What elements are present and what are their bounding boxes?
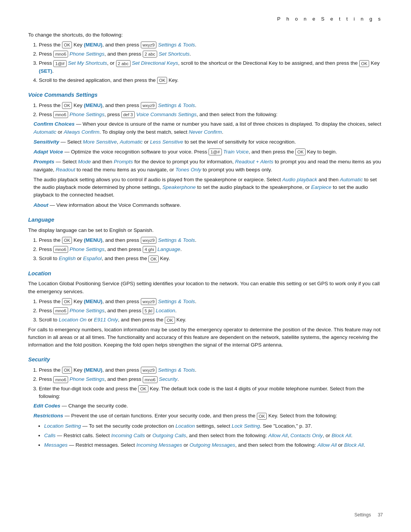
menu-label: (MENU) (84, 367, 102, 373)
menu-label: (MENU) (84, 42, 102, 48)
allow-all-link: Allow All (268, 433, 288, 438)
confirm-choices-heading: Confirm Choices (33, 121, 75, 127)
location-para: For calls to emergency numbers, location… (28, 326, 383, 349)
key-ok: OK (62, 298, 72, 305)
page-footer: Settings 37 (354, 511, 383, 518)
about-para: About — View information about the Voice… (33, 201, 383, 209)
key-mno6: mno6 (53, 111, 68, 118)
key-mno6-2: mno6 (143, 376, 158, 383)
phone-settings-link: Phone Settings (70, 51, 105, 57)
key-ok: OK (138, 385, 148, 392)
key-mno6: mno6 (53, 307, 68, 314)
list-item: Location Setting — To set the security c… (44, 422, 383, 430)
adapt-voice-heading: Adapt Voice (33, 149, 63, 155)
settings-tools-link: Settings & Tools (158, 42, 195, 48)
more-sensitive-link: More Sensitive (83, 139, 117, 145)
phone-settings-link: Phone Settings (70, 112, 105, 117)
menu-label: (MENU) (84, 299, 102, 304)
set-my-shortcuts-link: Set My Shortcuts (68, 60, 107, 66)
automatic-link3: Automatic (340, 177, 363, 182)
set-shortcuts-link: Set Shortcuts (159, 51, 190, 57)
language-desc: The display language can be set to Engli… (28, 227, 383, 234)
incoming-calls-link: Incoming Calls (111, 433, 145, 438)
set-label: (SET) (39, 68, 52, 74)
page-header: P h o n e S e t t i n g s (28, 15, 383, 23)
key-1-2: 1@# (209, 149, 221, 155)
language-heading: Language (28, 216, 383, 224)
key-1: 1@# (53, 60, 66, 67)
edit-codes-heading: Edit Codes (33, 403, 61, 409)
phone-settings-link: Phone Settings (70, 246, 105, 252)
key-5jkl: 5 jkl (143, 307, 154, 314)
location-on-link: Location On (59, 317, 87, 323)
incoming-messages-link: Incoming Messages (136, 442, 182, 448)
earpiece-link: Earpiece (311, 184, 331, 190)
language-link: Language (158, 246, 180, 252)
location-link: Location (156, 308, 175, 313)
key-2abc: 2 abc (143, 51, 157, 58)
key-ok: OK (62, 102, 72, 109)
list-item: Scroll to Location On or E911 Only, and … (39, 316, 383, 324)
footer-page: 37 (378, 511, 383, 518)
settings-tools-link: Settings & Tools (158, 237, 195, 243)
outgoing-messages-link: Outgoing Messages (190, 442, 235, 448)
key-ok: OK (62, 367, 72, 374)
espanol-link: Español (83, 256, 102, 261)
block-all-link: Block All (331, 433, 351, 438)
language-steps: Press the OK Key (MENU), and then press … (39, 236, 383, 263)
list-item: Press the OK Key (MENU), and then press … (39, 366, 383, 374)
set-directional-link: Set Directional Keys (132, 60, 178, 66)
list-item: Press mno6 Phone Settings, and then pres… (39, 375, 383, 383)
messages-link: Messages (44, 442, 68, 448)
location-setting-link: Location Setting (44, 423, 81, 429)
footer-label: Settings (354, 511, 371, 518)
header-title: P h o n e S e t t i n g s (277, 16, 383, 22)
list-item: Press mno6 Phone Settings, press def 3 V… (39, 111, 383, 118)
tones-only-link: Tones Only (175, 167, 201, 173)
readout-link: Readout (56, 167, 75, 173)
restrictions-heading: Restrictions (33, 413, 63, 419)
key-2abc-2: 2 abc (116, 60, 131, 67)
key-4ghi: 4 ghi (143, 246, 156, 253)
list-item: Press mno6 Phone Settings, and then pres… (39, 50, 383, 58)
key-wxyz9: wxyz9 (141, 367, 157, 374)
key-ok-3: OK (157, 77, 167, 84)
adapt-voice-para: Adapt Voice — Optimize the voice recogni… (33, 148, 383, 156)
contacts-only-link: Contacts Only (290, 433, 323, 438)
key-def3: def 3 (121, 111, 135, 118)
intro-text: To change the shortcuts, do the followin… (28, 31, 383, 39)
restrictions-para: Restrictions — Prevent the use of certai… (33, 412, 383, 420)
key-ok: OK (62, 42, 72, 48)
key-mno6: mno6 (53, 376, 68, 383)
settings-tools-link: Settings & Tools (158, 102, 195, 108)
voice-options-block: Confirm Choices — When your device is un… (33, 120, 383, 209)
list-item: Press the OK Key (MENU), and then press … (39, 298, 383, 305)
list-item: Press mno6 Phone Settings, and then pres… (39, 307, 383, 315)
prompts-para: Prompts — Select Mode and then Prompts f… (33, 158, 383, 174)
allow-all-link2: Allow All (317, 442, 337, 448)
phone-settings-link: Phone Settings (70, 308, 105, 313)
outgoing-calls-link: Outgoing Calls (152, 433, 186, 438)
key-mno6: mno6 (53, 246, 68, 253)
voice-commands-heading: Voice Commands Settings (28, 91, 383, 99)
security-options-block: Edit Codes — Change the security code. R… (33, 402, 383, 449)
key-ok-2: OK (359, 60, 370, 67)
list-item: Scroll to English or Español, and then p… (39, 255, 383, 262)
list-item: Press 1@# Set My Shortcuts, or 2 abc Set… (39, 59, 383, 75)
audio-playback-para: The audio playback setting allows you to… (33, 176, 383, 199)
location-desc: The Location Global Positioning Service … (28, 280, 383, 296)
readout-alerts-link: Readout + Alerts (235, 159, 273, 165)
list-item: Enter the four-digit lock code and press… (39, 385, 383, 401)
security-link: Security (159, 376, 178, 382)
mode-link: Mode (78, 159, 91, 165)
key-mno6: mno6 (53, 51, 68, 58)
list-item: Press the OK Key (MENU), and then press … (39, 41, 383, 49)
key-wxyz9: wxyz9 (141, 42, 157, 48)
sensitivity-heading: Sensitivity (33, 139, 59, 145)
location-link2: Location (175, 423, 195, 429)
prompts-link: Prompts (114, 159, 133, 165)
block-all-link2: Block All (344, 442, 363, 448)
settings-tools-link: Settings & Tools (158, 367, 195, 373)
speakerphone-link: Speakerphone (162, 184, 196, 190)
settings-tools-link: Settings & Tools (158, 299, 195, 304)
